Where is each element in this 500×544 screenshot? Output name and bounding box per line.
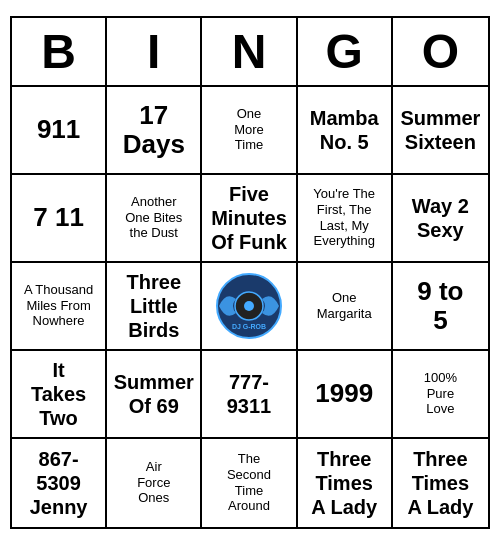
bingo-cell: 100% Pure Love xyxy=(393,351,488,439)
bingo-cell: Three Times A Lady xyxy=(298,439,393,527)
header-letter: O xyxy=(393,18,488,85)
bingo-cell: Three Times A Lady xyxy=(393,439,488,527)
bingo-cell: Way 2 Sexy xyxy=(393,175,488,263)
bingo-cell: One Margarita xyxy=(298,263,393,351)
bingo-cell: Summer Sixteen xyxy=(393,87,488,175)
cell-text: Mamba No. 5 xyxy=(310,106,379,154)
bingo-cell: The Second Time Around xyxy=(202,439,297,527)
cell-text: Three Times A Lady xyxy=(407,447,473,519)
cell-text: One Margarita xyxy=(317,290,372,321)
cell-text: 9 to 5 xyxy=(417,277,463,334)
bingo-cell: 911 xyxy=(12,87,107,175)
bingo-grid: 91117 DaysOne More TimeMamba No. 5Summer… xyxy=(12,87,488,527)
dj-logo-icon: DJ G-ROB xyxy=(214,271,284,341)
cell-text: 1999 xyxy=(315,379,373,408)
cell-text: Three Little Birds xyxy=(127,270,181,342)
cell-text: One More Time xyxy=(234,106,264,153)
header-letter: I xyxy=(107,18,202,85)
header-letter: B xyxy=(12,18,107,85)
cell-text: 777- 9311 xyxy=(227,370,272,418)
svg-point-2 xyxy=(244,301,254,311)
header-letter: G xyxy=(298,18,393,85)
bingo-cell: 867- 5309 Jenny xyxy=(12,439,107,527)
bingo-cell: You're The First, The Last, My Everythin… xyxy=(298,175,393,263)
cell-text: Another One Bites the Dust xyxy=(125,194,182,241)
cell-text: 867- 5309 Jenny xyxy=(30,447,88,519)
bingo-cell: Three Little Birds xyxy=(107,263,202,351)
bingo-cell: 17 Days xyxy=(107,87,202,175)
bingo-cell: 777- 9311 xyxy=(202,351,297,439)
cell-text: Summer Sixteen xyxy=(400,106,480,154)
cell-text: Way 2 Sexy xyxy=(412,194,469,242)
cell-text: 100% Pure Love xyxy=(424,370,457,417)
bingo-cell: 7 11 xyxy=(12,175,107,263)
cell-text: Three Times A Lady xyxy=(311,447,377,519)
bingo-cell: Five Minutes Of Funk xyxy=(202,175,297,263)
bingo-cell: 9 to 5 xyxy=(393,263,488,351)
bingo-cell: Mamba No. 5 xyxy=(298,87,393,175)
bingo-cell: DJ G-ROB xyxy=(202,263,297,351)
cell-text: 7 11 xyxy=(33,203,84,232)
cell-text: Five Minutes Of Funk xyxy=(211,182,287,254)
cell-text: A Thousand Miles From Nowhere xyxy=(24,282,93,329)
cell-text: You're The First, The Last, My Everythin… xyxy=(313,186,375,248)
svg-text:DJ G-ROB: DJ G-ROB xyxy=(232,323,266,330)
cell-text: Summer Of 69 xyxy=(114,370,194,418)
cell-text: It Takes Two xyxy=(31,358,86,430)
bingo-cell: 1999 xyxy=(298,351,393,439)
bingo-cell: Air Force Ones xyxy=(107,439,202,527)
bingo-cell: A Thousand Miles From Nowhere xyxy=(12,263,107,351)
bingo-cell: Summer Of 69 xyxy=(107,351,202,439)
cell-text: Air Force Ones xyxy=(137,459,170,506)
header-letter: N xyxy=(202,18,297,85)
cell-text: 911 xyxy=(37,115,80,144)
bingo-card: BINGO 91117 DaysOne More TimeMamba No. 5… xyxy=(10,16,490,529)
bingo-cell: It Takes Two xyxy=(12,351,107,439)
bingo-header: BINGO xyxy=(12,18,488,87)
cell-text: 17 Days xyxy=(123,101,185,158)
cell-text: The Second Time Around xyxy=(227,451,271,513)
bingo-cell: One More Time xyxy=(202,87,297,175)
bingo-cell: Another One Bites the Dust xyxy=(107,175,202,263)
